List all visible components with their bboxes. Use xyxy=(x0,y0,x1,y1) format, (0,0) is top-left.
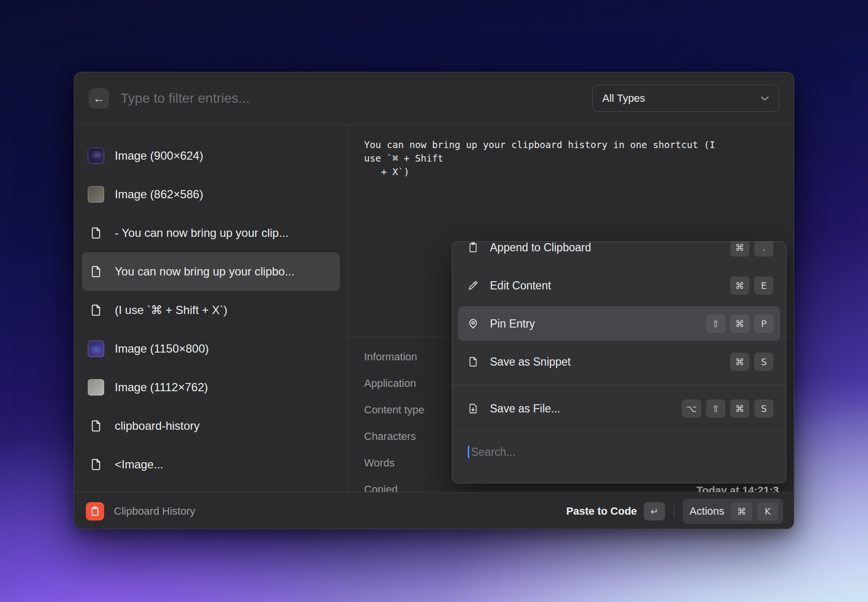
footer: Clipboard History Paste to Code ↵ Action… xyxy=(74,492,794,529)
actions-search-placeholder: Search... xyxy=(471,446,515,459)
list-item-label: Image (1150×800) xyxy=(115,342,209,356)
file-icon xyxy=(88,302,104,318)
image-thumbnail xyxy=(88,186,104,203)
text-cursor xyxy=(468,446,469,458)
menu-item-pin-entry[interactable]: Pin Entry ⇧ ⌘ P xyxy=(458,306,780,341)
metadata-label-application: Application xyxy=(364,370,424,397)
panel-divider xyxy=(348,125,348,492)
actions-button[interactable]: Actions ⌘ K xyxy=(683,499,783,524)
file-icon xyxy=(88,418,104,434)
file-download-icon xyxy=(467,402,479,415)
back-arrow-icon: ← xyxy=(93,92,105,105)
menu-item-edit-content[interactable]: Edit Content ⌘ E xyxy=(458,268,780,303)
file-icon xyxy=(88,456,104,473)
filter-entries-input[interactable] xyxy=(121,91,592,106)
metadata-label-words: Words xyxy=(364,450,424,476)
chevron-down-icon xyxy=(760,96,769,101)
list-item[interactable]: - You can now bring up your clip... xyxy=(82,214,340,252)
file-icon xyxy=(88,225,104,241)
key-cmd: ⌘ xyxy=(730,242,749,257)
pencil-icon xyxy=(467,279,479,292)
key-cmd: ⌘ xyxy=(731,502,752,520)
key-cmd: ⌘ xyxy=(730,315,749,333)
list-item-label: (I use `⌘ + Shift + X`) xyxy=(115,303,227,317)
list-item-label: - You can now bring up your clip... xyxy=(115,226,288,240)
actions-menu-list: Append to Clipboard ⌘ . Edit Content ⌘ E xyxy=(452,242,786,379)
menu-item-append-to-clipboard[interactable]: Append to Clipboard ⌘ . xyxy=(458,242,780,265)
metadata-label-characters: Characters xyxy=(364,423,424,450)
list-item-label: <Image... xyxy=(115,458,163,471)
content-area: Image (900×624) Image (862×586) - You ca… xyxy=(74,125,794,492)
key-k: K xyxy=(757,502,778,520)
key-s: S xyxy=(754,399,773,418)
metadata-panel: Information Application Content type Cha… xyxy=(364,343,424,492)
clipboard-history-app-icon xyxy=(86,502,104,520)
key-option: ⌥ xyxy=(682,399,701,418)
list-item[interactable]: <Image... xyxy=(82,445,340,484)
list-item-label: Image (900×624) xyxy=(115,149,203,163)
type-filter-value: All Types xyxy=(602,92,645,105)
key-e: E xyxy=(754,276,773,295)
clipboard-preview-text: You can now bring up your clipboard hist… xyxy=(364,138,779,179)
key-cmd: ⌘ xyxy=(730,353,749,371)
clipboard-icon xyxy=(467,242,479,254)
entries-list: Image (900×624) Image (862×586) - You ca… xyxy=(74,137,348,484)
metadata-label-content-type: Content type xyxy=(364,397,424,423)
image-thumbnail xyxy=(88,341,104,357)
list-item-label: Image (862×586) xyxy=(115,188,203,201)
file-icon xyxy=(88,263,104,280)
copied-timestamp: Today at 14:21:3 xyxy=(696,484,779,492)
file-icon xyxy=(467,356,479,368)
key-shift: ⇧ xyxy=(706,315,725,333)
pin-icon xyxy=(467,317,479,330)
menu-divider xyxy=(452,385,786,385)
key-cmd: ⌘ xyxy=(730,276,749,295)
key-s: S xyxy=(754,353,773,371)
actions-search-input[interactable]: Search... xyxy=(452,438,786,466)
menu-item-save-as-snippet[interactable]: Save as Snippet ⌘ S xyxy=(458,344,780,379)
list-item-label: You can now bring up your clipbo... xyxy=(115,265,295,278)
list-item[interactable]: Image (1150×800) xyxy=(82,329,340,368)
list-item-label: Image (1112×762) xyxy=(115,381,208,394)
key-period: . xyxy=(754,242,773,257)
header: ← All Types xyxy=(74,72,794,125)
list-item-label: clipboard-history xyxy=(115,419,200,433)
list-item[interactable]: clipboard-history xyxy=(82,407,340,445)
image-thumbnail xyxy=(88,379,104,396)
footer-separator xyxy=(674,505,674,518)
list-item[interactable]: Image (862×586) xyxy=(82,175,340,214)
list-item-selected[interactable]: You can now bring up your clipbo... xyxy=(82,252,340,291)
actions-menu-popup: Append to Clipboard ⌘ . Edit Content ⌘ E xyxy=(452,241,787,483)
list-item[interactable]: Image (1112×762) xyxy=(82,368,340,407)
key-cmd: ⌘ xyxy=(730,399,749,418)
back-button[interactable]: ← xyxy=(89,88,109,109)
menu-item-save-as-file[interactable]: Save as File... ⌥ ⇧ ⌘ S xyxy=(458,391,780,426)
key-shift: ⇧ xyxy=(706,399,725,418)
key-return: ↵ xyxy=(644,502,665,520)
list-item[interactable]: Image (900×624) xyxy=(82,137,340,175)
app-name: Clipboard History xyxy=(114,505,195,518)
image-thumbnail xyxy=(88,148,104,164)
key-p: P xyxy=(754,315,773,333)
clipboard-history-window: ← All Types Image (900×624) Image (862×5… xyxy=(74,72,794,529)
type-filter-dropdown[interactable]: All Types xyxy=(592,85,779,112)
metadata-label-copied: Copied xyxy=(364,476,424,492)
metadata-section-title: Information xyxy=(364,343,424,370)
list-item[interactable]: (I use `⌘ + Shift + X`) xyxy=(82,291,340,329)
paste-to-code-button[interactable]: Paste to Code xyxy=(566,505,637,518)
menu-divider xyxy=(452,432,786,432)
